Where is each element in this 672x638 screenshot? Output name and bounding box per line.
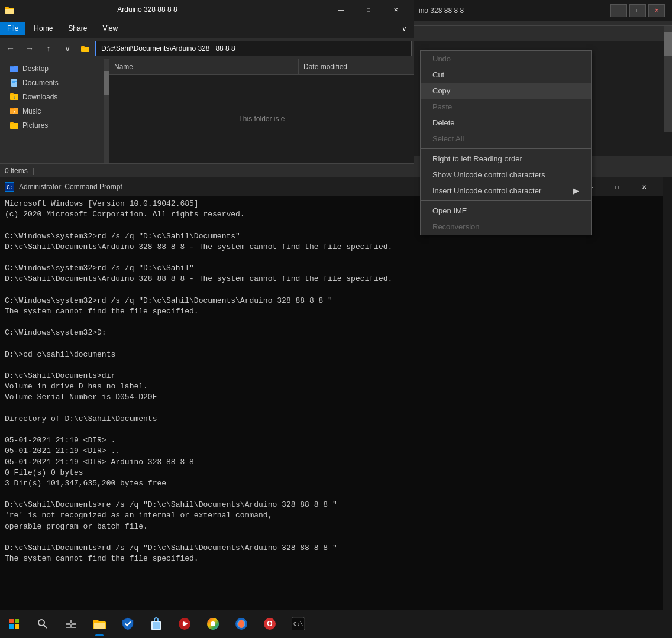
sidebar-item-desktop[interactable]: Desktop <box>0 61 109 76</box>
maximize-button[interactable]: □ <box>355 0 382 19</box>
menu-view[interactable]: View <box>95 22 125 35</box>
svg-text:O: O <box>267 620 272 628</box>
up-button[interactable]: ↑ <box>40 40 57 57</box>
cmd-line: 05-01-2021 21:19 <DIR> Arduino 328 88 8 … <box>5 457 658 468</box>
sidebar-item-pictures[interactable]: Pictures <box>0 118 109 132</box>
address-input[interactable] <box>95 41 412 56</box>
svg-rect-4 <box>81 46 85 48</box>
ctx-undo: Undo <box>421 51 591 67</box>
sidebar-scrollbar[interactable] <box>104 59 109 163</box>
ctx-insert-unicode[interactable]: Insert Unicode control character ▶ <box>421 183 591 199</box>
ctx-separator-2 <box>421 200 591 201</box>
ctx-copy[interactable]: Copy <box>421 83 591 99</box>
ctx-rtl-label: Right to left Reading order <box>432 154 522 163</box>
taskbar: O C:\ _ <box>0 610 672 638</box>
status-divider: | <box>33 167 34 175</box>
explorer-menu-bar: File Home Share View ∨ <box>0 19 414 38</box>
svg-rect-35 <box>153 622 160 629</box>
taskbar-app-red[interactable]: O <box>256 610 284 638</box>
menu-file[interactable]: File <box>0 22 25 35</box>
cmd-line: Volume Serial Number is D054-D20E <box>5 392 658 403</box>
svg-rect-33 <box>94 623 105 629</box>
back-button[interactable]: ← <box>2 40 19 57</box>
menu-home[interactable]: Home <box>27 22 60 35</box>
cmd-maximize-button[interactable]: □ <box>603 177 631 196</box>
right-scrollbar[interactable] <box>664 26 672 132</box>
ctx-cut[interactable]: Cut <box>421 67 591 83</box>
ctx-show-unicode[interactable]: Show Unicode control characters <box>421 167 591 183</box>
column-name: Name <box>109 59 299 74</box>
cmd-line: operable program or batch file. <box>5 522 658 532</box>
svg-text:♪: ♪ <box>13 109 16 115</box>
taskbar-security[interactable] <box>114 610 142 638</box>
explorer-title-text: Arduino 328 88 8 8 <box>19 5 276 14</box>
right-minimize[interactable]: — <box>610 4 627 17</box>
sidebar-label-desktop: Desktop <box>22 64 49 73</box>
close-button[interactable]: ✕ <box>382 0 409 19</box>
svg-line-26 <box>44 625 47 628</box>
cmd-line <box>5 360 658 371</box>
right-maximize[interactable]: □ <box>629 4 646 17</box>
documents-icon <box>9 78 19 88</box>
sidebar-item-documents[interactable]: Documents <box>0 76 109 90</box>
ctx-delete[interactable]: Delete <box>421 115 591 131</box>
cmd-line: Directory of D:\c\Sahil\Documents <box>5 414 658 425</box>
explorer-content: Desktop Documents <box>0 59 414 163</box>
cmd-line: C:\Windows\system32>rd /s /q "D:\c\Sahil… <box>5 296 658 306</box>
cmd-line: C:\Windows\system32>D: <box>5 328 658 338</box>
ctx-rtl[interactable]: Right to left Reading order <box>421 151 591 167</box>
explorer-window-controls: — □ ✕ <box>328 0 409 19</box>
cmd-close-button[interactable]: ✕ <box>631 177 658 196</box>
taskbar-store-icon <box>149 617 163 631</box>
svg-rect-22 <box>15 619 19 623</box>
taskbar-explorer[interactable] <box>85 610 114 638</box>
forward-button[interactable]: → <box>21 40 38 57</box>
svg-text:C:: C: <box>7 184 14 191</box>
svg-point-40 <box>211 621 215 626</box>
taskbar-explorer-icon <box>92 617 106 631</box>
minimize-button[interactable]: — <box>328 0 355 19</box>
cmd-line: The system cannot find the file specifie… <box>5 306 658 317</box>
cmd-icon: C: <box>5 182 14 192</box>
cmd-content[interactable]: Microsoft Windows [Version 10.0.19042.68… <box>0 196 663 638</box>
cmd-line: D:\>cd c\sahil\documents <box>5 349 658 360</box>
taskbar-terminal[interactable]: C:\ _ <box>284 610 312 638</box>
svg-rect-28 <box>72 620 76 623</box>
start-button[interactable] <box>0 610 28 638</box>
ctx-separator-1 <box>421 148 591 149</box>
taskbar-media[interactable] <box>170 610 199 638</box>
ctx-open-ime-label: Open IME <box>432 206 467 215</box>
taskbar-active-indicator <box>95 634 104 636</box>
cmd-line <box>5 285 658 296</box>
column-headers: Name Date modified <box>109 59 414 75</box>
sidebar: Desktop Documents <box>0 59 109 163</box>
menu-expand-icon[interactable]: ∨ <box>395 22 414 35</box>
status-bar: 0 items | <box>0 163 414 177</box>
ctx-open-ime[interactable]: Open IME <box>421 203 591 219</box>
search-button[interactable] <box>28 610 57 638</box>
sidebar-item-music[interactable]: ♪ Music <box>0 104 109 118</box>
svg-rect-30 <box>72 624 76 628</box>
sidebar-label-pictures: Pictures <box>22 121 48 129</box>
menu-share[interactable]: Share <box>61 22 94 35</box>
recent-button[interactable]: ∨ <box>59 40 76 57</box>
svg-rect-2 <box>5 9 14 14</box>
ctx-cut-label: Cut <box>432 70 444 79</box>
right-close[interactable]: ✕ <box>648 4 665 17</box>
sidebar-label-documents: Documents <box>22 79 59 87</box>
taskbar-security-icon <box>121 617 135 631</box>
cmd-window: C: Administrator: Command Prompt — □ ✕ M… <box>0 177 663 638</box>
taskbar-browser1[interactable] <box>199 610 227 638</box>
cmd-line <box>5 403 658 414</box>
folder-icon <box>80 44 90 53</box>
sidebar-item-downloads[interactable]: ↓ Downloads <box>0 90 109 104</box>
ctx-reconversion-label: Reconversion <box>432 222 480 231</box>
cmd-line: The system cannot find the file specifie… <box>5 553 658 564</box>
empty-folder-message: This folder is e <box>109 75 414 163</box>
address-bar: ← → ↑ ∨ <box>0 38 414 59</box>
task-view-button[interactable] <box>57 610 85 638</box>
taskbar-store[interactable] <box>142 610 170 638</box>
taskbar-app-red-icon: O <box>263 617 277 631</box>
sidebar-label-music: Music <box>22 107 41 115</box>
taskbar-firefox[interactable] <box>227 610 256 638</box>
